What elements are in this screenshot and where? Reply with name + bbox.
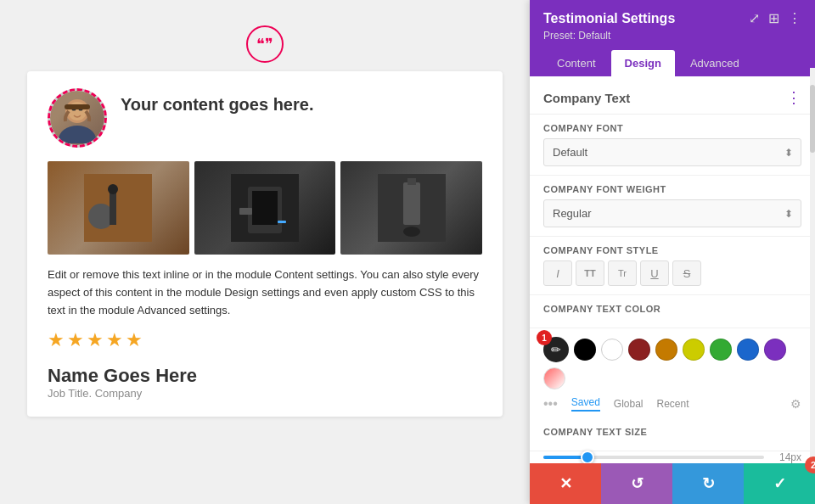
badge-1: 1: [537, 330, 552, 345]
card-title: Your content goes here.: [121, 95, 313, 115]
fullscreen-icon[interactable]: ⤢: [749, 10, 760, 26]
bottom-action-bar: ✕ ↺ ↻ ✓ 2: [530, 463, 815, 504]
card-images: [48, 161, 482, 255]
more-options-icon[interactable]: ⋮: [788, 10, 801, 26]
panel-body: Company Text ⋮ Company Font Default Aria…: [530, 76, 815, 504]
svg-rect-9: [110, 191, 116, 225]
company-font-select[interactable]: Default Arial Georgia Verdana: [543, 138, 801, 166]
settings-panel: Testimonial Settings ⤢ ⊞ ⋮ Preset: Defau…: [530, 0, 815, 504]
panel-header: Testimonial Settings ⤢ ⊞ ⋮ Preset: Defau…: [530, 0, 815, 76]
svg-rect-17: [403, 182, 420, 225]
company-color-label: Company Text Color: [543, 304, 801, 314]
card-description: Edit or remove this text inline or in th…: [48, 266, 482, 319]
underline-button[interactable]: U: [640, 260, 669, 286]
cancel-button[interactable]: ✕: [530, 463, 601, 504]
reviewer-name: Name Goes Here: [48, 365, 482, 387]
tab-recent[interactable]: Recent: [657, 398, 689, 410]
tab-global[interactable]: Global: [614, 398, 644, 410]
swatch-yellow[interactable]: [683, 339, 705, 361]
preview-panel: ❝❞: [0, 0, 530, 504]
preset-label[interactable]: Preset: Default: [543, 30, 801, 42]
quote-icon: ❝❞: [246, 25, 284, 63]
svg-rect-14: [239, 208, 252, 215]
section-menu-icon[interactable]: ⋮: [786, 88, 801, 107]
svg-point-18: [403, 227, 420, 237]
swatch-orange[interactable]: [655, 339, 677, 361]
svg-rect-19: [408, 178, 416, 185]
save-button[interactable]: ✓ 2: [744, 463, 815, 504]
section-company-text: Company Text ⋮: [530, 76, 815, 115]
color-tabs: ••• Saved Global Recent ⚙: [530, 389, 815, 418]
section-title: Company Text: [543, 91, 630, 105]
strikethrough-button[interactable]: S: [672, 260, 701, 286]
testimonial-card: Your content goes here.: [27, 71, 503, 417]
svg-rect-13: [252, 191, 278, 225]
swatch-purple[interactable]: [764, 339, 786, 361]
swatch-blue[interactable]: [737, 339, 759, 361]
company-text-color-field: Company Text Color: [530, 295, 815, 328]
company-font-label: Company Font: [543, 123, 801, 133]
avatar: [48, 88, 107, 148]
size-value: 14px: [773, 451, 801, 463]
badge-2: 2: [805, 456, 815, 473]
scrollbar-thumb[interactable]: [810, 85, 815, 153]
panel-tabs: Content Design Advanced: [543, 50, 801, 76]
company-font-weight-label: Company Font Weight: [543, 184, 801, 194]
tab-design[interactable]: Design: [611, 50, 675, 76]
capitalize-button[interactable]: Tr: [608, 260, 637, 286]
panel-title: Testimonial Settings: [543, 11, 675, 26]
image-2: [194, 161, 336, 255]
color-swatches-row: ✏ 1: [530, 328, 815, 389]
header-icons: ⤢ ⊞ ⋮: [749, 10, 801, 26]
swatch-red[interactable]: [628, 339, 650, 361]
svg-rect-6: [65, 104, 90, 109]
text-size-label: Company Text Size: [543, 427, 801, 437]
company-font-field: Company Font Default Arial Georgia Verda…: [530, 115, 815, 176]
reviewer-job: Job Title. Company: [48, 387, 482, 400]
swatch-black[interactable]: [574, 339, 596, 361]
text-size-field: Company Text Size: [530, 418, 815, 451]
svg-rect-15: [278, 221, 286, 223]
font-style-buttons: I TT Tr U S: [543, 260, 801, 286]
italic-button[interactable]: I: [543, 260, 572, 286]
color-settings-icon[interactable]: ⚙: [790, 397, 801, 411]
tab-content[interactable]: Content: [543, 50, 610, 76]
company-font-weight-field: Company Font Weight Regular Bold Light M…: [530, 176, 815, 237]
reset-button[interactable]: ↺: [601, 463, 672, 504]
uppercase-button[interactable]: TT: [576, 260, 604, 286]
star-rating: ★★★★★: [48, 329, 482, 351]
company-font-style-field: Company Font Style I TT Tr U S: [530, 237, 815, 295]
company-font-weight-select[interactable]: Regular Bold Light Medium: [543, 199, 801, 227]
image-1: [48, 161, 189, 255]
image-3: [340, 161, 482, 255]
company-font-style-label: Company Font Style: [543, 245, 801, 255]
svg-point-10: [108, 184, 118, 194]
grid-icon[interactable]: ⊞: [768, 10, 779, 26]
slider-thumb[interactable]: [581, 451, 594, 464]
tab-advanced[interactable]: Advanced: [677, 50, 753, 76]
svg-point-2: [59, 126, 96, 143]
swatch-gradient[interactable]: [543, 367, 565, 389]
swatch-green[interactable]: [710, 339, 732, 361]
reload-button[interactable]: ↻: [672, 463, 744, 504]
size-slider-track[interactable]: [543, 456, 764, 459]
scrollbar-track: [810, 68, 815, 463]
swatch-white[interactable]: [601, 339, 623, 361]
tab-saved[interactable]: Saved: [571, 396, 600, 412]
more-swatches[interactable]: •••: [543, 396, 558, 412]
